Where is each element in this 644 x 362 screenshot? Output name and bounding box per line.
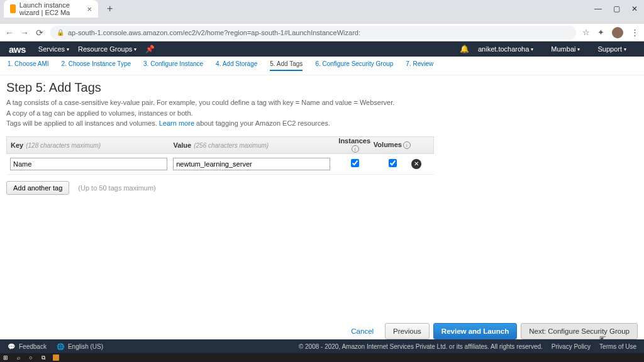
search-icon[interactable]: ⌕ [15,354,21,361]
wizard-steps: 1. Choose AMI 2. Choose Instance Type 3.… [0,57,644,75]
page-description: A tag consists of a case-sensitive key-v… [6,97,638,129]
step-choose-instance-type[interactable]: 2. Choose Instance Type [62,60,131,71]
review-and-launch-button[interactable]: Review and Launch [433,323,517,339]
add-tag-hint: (Up to 50 tags maximum) [78,184,155,192]
url-bar[interactable]: 🔒 ap-south-1.console.aws.amazon.com/ec2/… [50,26,576,40]
step-configure-instance[interactable]: 3. Configure Instance [143,60,203,71]
star-icon[interactable]: ☆ [582,28,590,37]
step-choose-ami[interactable]: 1. Choose AMI [8,60,49,71]
step-configure-security-group[interactable]: 6. Configure Security Group [315,60,393,71]
table-header: Key(128 characters maximum) Value(256 ch… [6,136,434,154]
page-content: Step 5: Add Tags A tag consists of a cas… [0,75,644,200]
next-button[interactable]: Next: Configure Security Group [521,323,638,339]
maximize-icon[interactable]: ▢ [613,4,620,13]
browser-tab[interactable]: Launch instance wizard | EC2 Ma × [4,0,98,18]
services-menu[interactable]: Services▾ [38,45,69,53]
bell-icon[interactable]: 🔔 [460,45,469,53]
extensions-icon[interactable]: ✦ [597,28,604,37]
support-menu[interactable]: Support▾ [597,45,626,53]
account-menu[interactable]: aniket.tocharoha▾ [478,45,533,53]
profile-avatar[interactable] [612,27,623,38]
taskbar-app[interactable] [53,354,59,361]
windows-taskbar: ⊞ ⌕ ○ ⧉ [0,353,644,362]
privacy-link[interactable]: Privacy Policy [552,343,591,350]
cancel-button[interactable]: Cancel [343,324,381,339]
previous-button[interactable]: Previous [385,323,430,339]
cortana-icon[interactable]: ○ [28,354,34,361]
instances-checkbox[interactable] [351,159,359,167]
aws-favicon [10,4,16,13]
wizard-actions: Cancel Previous Review and Launch Next: … [343,323,638,339]
menu-icon[interactable]: ⋮ [631,28,639,37]
learn-more-link[interactable]: Learn more [159,119,194,127]
pin-icon[interactable]: 📌 [145,45,155,53]
language-menu[interactable]: 🌐 English (US) [57,343,103,350]
browser-right-icons: ☆ ✦ ⋮ [582,27,639,38]
tab-row: Launch instance wizard | EC2 Ma × + — ▢ … [0,0,644,18]
back-icon[interactable]: ← [5,28,14,38]
tag-key-input[interactable] [10,158,167,170]
table-row: ✕ [6,154,434,175]
copyright-text: © 2008 - 2020, Amazon Internet Services … [299,343,543,350]
browser-chrome: Launch instance wizard | EC2 Ma × + — ▢ … [0,0,644,24]
minimize-icon[interactable]: — [594,4,602,13]
add-tag-row: Add another tag (Up to 50 tags maximum) [6,181,638,195]
close-window-icon[interactable]: ✕ [631,4,638,13]
aws-logo[interactable]: aws [9,44,26,55]
close-icon[interactable]: × [87,4,92,14]
feedback-link[interactable]: 💬 Feedback [8,343,47,350]
start-icon[interactable]: ⊞ [3,354,9,361]
aws-footer: 💬 Feedback 🌐 English (US) © 2008 - 2020,… [0,339,644,353]
nav-row: ← → ⟳ 🔒 ap-south-1.console.aws.amazon.co… [0,24,644,41]
add-another-tag-button[interactable]: Add another tag [6,181,69,195]
url-text: ap-south-1.console.aws.amazon.com/ec2/v2… [68,29,360,36]
forward-icon[interactable]: → [20,28,29,38]
tag-value-input[interactable] [173,158,330,170]
region-menu[interactable]: Mumbai▾ [551,45,580,53]
volumes-checkbox[interactable] [389,159,397,167]
info-icon[interactable]: i [352,145,359,153]
taskview-icon[interactable]: ⧉ [40,354,47,361]
step-add-tags[interactable]: 5. Add Tags [270,60,303,71]
reload-icon[interactable]: ⟳ [35,28,44,38]
step-add-storage[interactable]: 4. Add Storage [216,60,257,71]
tab-title: Launch instance wizard | EC2 Ma [19,1,84,16]
terms-link[interactable]: Terms of Use [599,343,636,350]
step-review[interactable]: 7. Review [406,60,433,71]
window-controls: — ▢ ✕ [594,4,644,13]
delete-tag-button[interactable]: ✕ [411,159,421,169]
new-tab-button[interactable]: + [103,3,116,14]
tags-table: Key(128 characters maximum) Value(256 ch… [6,136,434,175]
aws-header: aws Services▾ Resource Groups▾ 📌 🔔 anike… [0,41,644,57]
info-icon[interactable]: i [403,141,411,149]
resource-groups-menu[interactable]: Resource Groups▾ [78,45,136,53]
page-title: Step 5: Add Tags [6,80,638,95]
lock-icon: 🔒 [57,29,64,36]
